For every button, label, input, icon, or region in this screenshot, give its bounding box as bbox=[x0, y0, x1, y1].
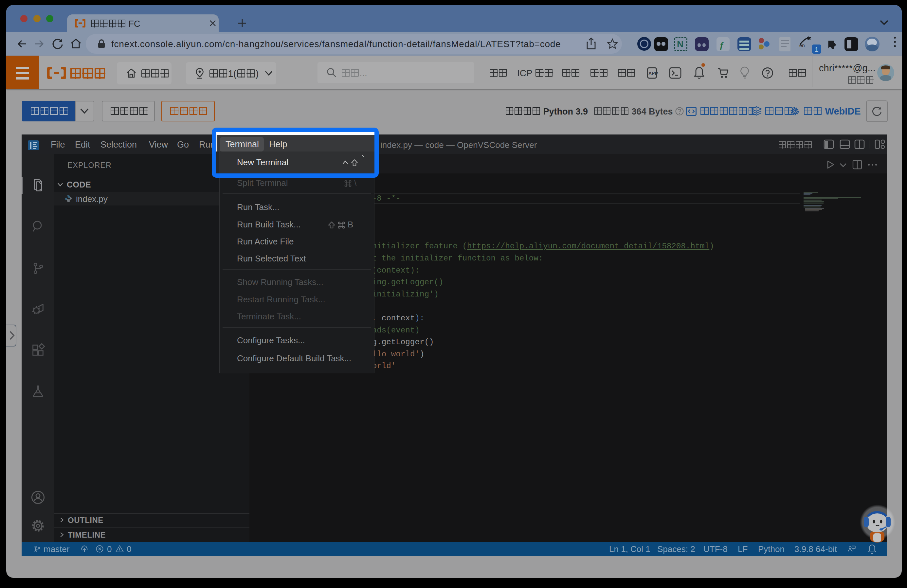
svg-text:en: en bbox=[799, 43, 805, 48]
svg-text:APP: APP bbox=[648, 70, 658, 76]
